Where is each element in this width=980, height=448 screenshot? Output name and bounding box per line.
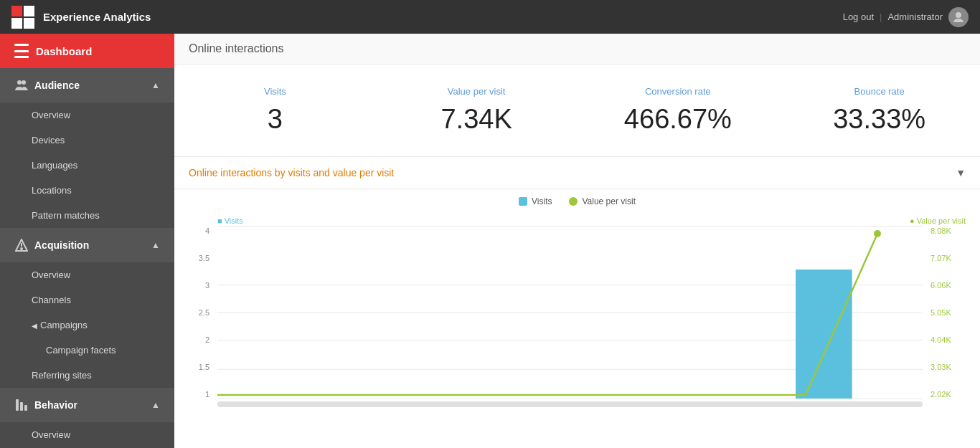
chart-svg: [217, 227, 923, 399]
stat-cr-label: Conversion rate: [585, 86, 772, 97]
sidebar-item-locations[interactable]: Locations: [0, 178, 174, 203]
chart-title: Online interactions by visits and value …: [189, 167, 394, 178]
username: Administrator: [887, 11, 943, 22]
legend-visits-dot: [519, 197, 527, 206]
behavior-icon: [14, 398, 29, 412]
chart-scrollbar[interactable]: [217, 401, 923, 407]
chart-line-dot: [874, 230, 881, 237]
sidebar-item-audience-overview[interactable]: Overview: [0, 103, 174, 128]
sidebar-item-acquisition-overview[interactable]: Overview: [0, 262, 174, 287]
chart-line-vpv: [217, 234, 877, 395]
sidebar-item-campaigns[interactable]: ◀Campaigns: [0, 313, 174, 338]
stat-br-label: Bounce rate: [786, 86, 973, 97]
behavior-subitems: Overview ◀Assets: [0, 422, 174, 448]
sidebar-item-devices[interactable]: Devices: [0, 128, 174, 153]
audience-chevron: ▲: [151, 80, 160, 90]
stat-visits-label: Visits: [182, 86, 369, 97]
chart-dropdown-icon[interactable]: ▼: [956, 167, 966, 178]
app-title: Experience Analytics: [43, 11, 843, 23]
logout-link[interactable]: Log out: [843, 11, 874, 22]
chart-header: Online interactions by visits and value …: [174, 157, 980, 189]
sidebar-item-dashboard[interactable]: Dashboard: [0, 34, 174, 68]
sidebar-section-behavior[interactable]: Behavior ▲: [0, 388, 174, 422]
acquisition-chevron: ▲: [151, 240, 160, 250]
audience-label: Audience: [34, 80, 80, 91]
sidebar-item-behavior-overview[interactable]: Overview: [0, 422, 174, 447]
legend-value-per-visit: Value per visit: [569, 196, 635, 206]
svg-point-5: [21, 248, 22, 249]
stat-vpv-label: Value per visit: [383, 86, 570, 97]
acquisition-subitems: Overview Channels ◀Campaigns Campaign fa…: [0, 262, 174, 388]
audience-subitems: Overview Devices Languages Locations Pat…: [0, 103, 174, 228]
right-axis-label: ● Value per visit: [910, 216, 966, 225]
behavior-chevron: ▲: [151, 400, 160, 410]
top-header: Experience Analytics Log out | Administr…: [0, 0, 980, 34]
left-y-axis: 4 3.5 3 2.5 2 1.5 1: [174, 227, 214, 399]
stat-vpv-value: 7.34K: [383, 104, 570, 135]
stat-visits: Visits 3: [174, 79, 376, 142]
sidebar-item-referring-sites[interactable]: Referring sites: [0, 363, 174, 388]
chart-body: 4 3.5 3 2.5 2 1.5 1 8.08K 7.07K 6.06K 5.…: [174, 227, 980, 399]
content-area: Online interactions Visits 3 Value per v…: [174, 34, 980, 448]
sidebar-item-languages[interactable]: Languages: [0, 153, 174, 178]
header-separator: |: [880, 11, 882, 22]
acquisition-label: Acquisition: [34, 239, 89, 251]
dashboard-label: Dashboard: [36, 45, 92, 57]
stat-conversion-rate: Conversion rate 466.67%: [578, 79, 779, 142]
svg-point-1: [17, 80, 22, 85]
svg-rect-6: [16, 399, 19, 411]
chart-section: Online interactions by visits and value …: [174, 157, 980, 407]
section-title: Online interactions: [189, 42, 284, 54]
acquisition-icon: [14, 238, 29, 252]
app-logo: [11, 6, 34, 29]
stat-br-value: 33.33%: [786, 104, 973, 135]
left-axis-label: ■ Visits: [217, 216, 243, 225]
stats-row: Visits 3 Value per visit 7.34K Conversio…: [174, 65, 980, 157]
section-header-bar: Online interactions: [174, 34, 980, 65]
stat-visits-value: 3: [182, 104, 369, 135]
sidebar-item-pattern-matches[interactable]: Pattern matches: [0, 203, 174, 228]
sidebar-section-audience[interactable]: Audience ▲: [0, 68, 174, 103]
svg-point-2: [22, 80, 26, 85]
stat-cr-value: 466.67%: [585, 104, 772, 135]
main-layout: Dashboard Audience ▲ Overview Devices: [0, 34, 980, 448]
sidebar-item-campaign-facets[interactable]: Campaign facets: [0, 338, 174, 363]
avatar: [948, 7, 969, 27]
behavior-label: Behavior: [34, 399, 77, 411]
chart-wrapper: ■ Visits ● Value per visit 4 3.5 3 2.5 2…: [174, 209, 980, 407]
right-y-axis: 8.08K 7.07K 6.06K 5.05K 4.04K 3.03K 2.02…: [926, 227, 980, 399]
stat-bounce-rate: Bounce rate 33.33%: [778, 79, 980, 142]
legend-visits-label: Visits: [532, 196, 552, 206]
svg-rect-8: [24, 405, 27, 411]
people-icon: [14, 78, 29, 92]
dashboard-icon: [14, 44, 29, 58]
stat-value-per-visit: Value per visit 7.34K: [376, 79, 578, 142]
header-right: Log out | Administrator: [843, 7, 969, 27]
chart-bar-visits: [796, 270, 852, 399]
legend-visits: Visits: [519, 196, 552, 206]
sidebar-item-channels[interactable]: Channels: [0, 287, 174, 313]
legend-vpv-dot: [569, 197, 578, 206]
sidebar-section-acquisition[interactable]: Acquisition ▲: [0, 228, 174, 262]
chart-legend: Visits Value per visit: [174, 189, 980, 209]
sidebar: Dashboard Audience ▲ Overview Devices: [0, 34, 174, 448]
campaigns-arrow: ◀: [32, 322, 37, 330]
svg-point-0: [956, 12, 961, 18]
svg-rect-7: [20, 402, 23, 411]
legend-vpv-label: Value per visit: [582, 196, 635, 206]
